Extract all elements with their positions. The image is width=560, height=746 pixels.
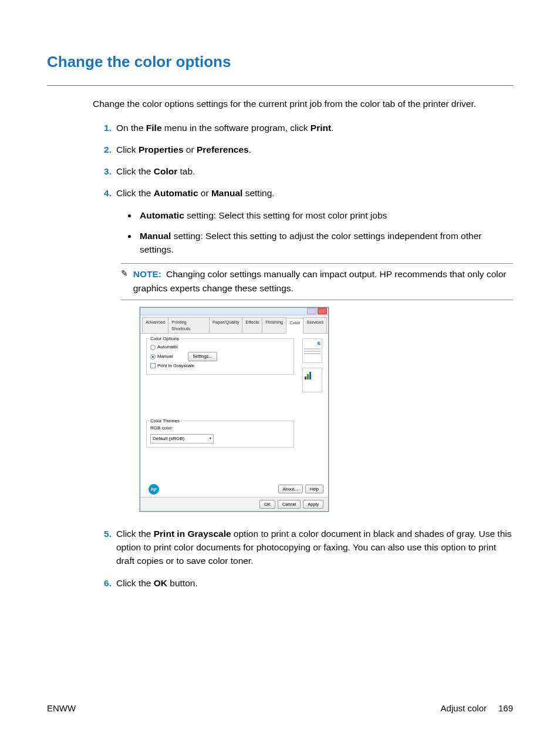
text: Click [116,145,139,154]
rgb-color-label: RGB color: [150,425,290,432]
bold-text: Properties [139,145,184,154]
checkbox-grayscale[interactable]: Print in Grayscale [150,362,290,369]
step-number: 1. [93,121,112,135]
ok-button[interactable]: OK [259,500,275,509]
tab-paper-quality[interactable]: Paper/Quality [209,317,242,334]
radio-label: Manual [157,353,173,360]
text: setting: Select this setting to adjust t… [140,231,481,254]
dialog-titlebar [140,308,328,315]
text: Click the [116,188,154,198]
group-title: Color Options [149,335,180,342]
intro-paragraph: Change the color options settings for th… [93,98,513,110]
footer-left: ENWW [47,703,76,713]
bold-text: OK [154,578,167,588]
about-button[interactable]: About... [278,485,303,493]
text: Click the [116,529,154,539]
radio-icon [150,345,156,350]
tab-services[interactable]: Services [303,317,327,334]
minimize-icon[interactable] [307,308,316,314]
sub-item-automatic: Automatic setting: Select this setting f… [137,209,513,222]
color-themes-group: Color Themes RGB color: Default (sRGB) ▾ [146,421,294,448]
color-options-group: Color Options Automatic Manual Settings.… [146,338,294,374]
step-number: 4. [93,186,112,519]
checkbox-icon [150,363,156,368]
bold-text: Print [311,123,331,133]
tab-finishing[interactable]: Finishing [262,317,286,334]
sub-list: Automatic setting: Select this setting f… [137,209,513,257]
hp-logo-icon: hp [149,484,159,495]
preview-page-icon [302,338,322,363]
step-number: 5. [93,527,112,568]
note-content: NOTE:Changing color settings manually ca… [133,267,513,295]
text: Click the [116,166,154,176]
radio-icon [150,354,156,359]
heading-underline [47,85,513,86]
note-icon: ✎ [121,267,129,295]
bold-text: File [146,123,162,133]
text: button. [167,578,198,588]
step-1: 1. On the File menu in the software prog… [93,121,513,135]
rgb-color-dropdown[interactable]: Default (sRGB) ▾ [150,434,214,443]
dialog-footer-lower: OK Cancel Apply [140,497,328,511]
text: tab. [177,166,195,176]
radio-label: Automatic [157,344,178,351]
step-body: On the File menu in the software program… [116,121,513,135]
footer-section-title: Adjust color [441,703,487,713]
text: setting. [242,188,274,198]
text: . [331,123,333,133]
radio-automatic[interactable]: Automatic [150,344,290,351]
tab-advanced[interactable]: Advanced [142,317,168,334]
footer-page-number: 169 [498,703,513,713]
preview-column [294,338,322,476]
tab-panel-color: Color Options Automatic Manual Settings.… [140,333,328,481]
chevron-down-icon: ▾ [210,436,211,441]
bold-text: Automatic [154,188,198,198]
step-5: 5. Click the Print in Grayscale option t… [93,527,513,568]
step-body: Click Properties or Preferences. [116,143,513,156]
note-label: NOTE: [133,269,161,279]
step-number: 3. [93,164,112,178]
step-body: Click the Print in Grayscale option to p… [116,527,513,568]
text: or [198,188,211,198]
step-2: 2. Click Properties or Preferences. [93,143,513,156]
text: Click the [116,578,154,588]
page-heading: Change the color options [47,53,513,71]
sub-item-manual: Manual setting: Select this setting to a… [137,229,513,257]
text: or [184,145,197,154]
bold-text: Automatic [140,210,184,220]
group-title: Color Themes [149,418,181,425]
bold-text: Color [154,166,177,176]
help-button[interactable]: Help [305,485,323,493]
bold-text: Print in Grayscale [154,529,231,539]
bold-text: Manual [211,188,242,198]
step-6: 6. Click the OK button. [93,576,513,590]
text: setting: Select this setting for most co… [184,210,387,220]
step-3: 3. Click the Color tab. [93,164,513,178]
tab-color[interactable]: Color [286,318,303,334]
bold-text: Preferences [197,145,249,154]
apply-button[interactable]: Apply [303,500,323,509]
note-text: Changing color settings manually can imp… [133,269,507,293]
cancel-button[interactable]: Cancel [278,500,301,509]
page-footer: ENWW Adjust color 169 [47,703,513,713]
step-body: Click the OK button. [116,576,513,590]
tab-printing-shortcuts[interactable]: Printing Shortcuts [168,317,210,334]
settings-button[interactable]: Settings... [188,352,217,361]
tab-effects[interactable]: Effects [242,317,262,334]
note-block: ✎ NOTE:Changing color settings manually … [121,263,513,300]
checkbox-label: Print in Grayscale [157,362,194,369]
step-number: 2. [93,143,112,156]
step-body: Click the Color tab. [116,164,513,178]
steps-list: 1. On the File menu in the software prog… [93,121,513,590]
close-icon[interactable] [318,308,327,314]
step-body: Click the Automatic or Manual setting. A… [116,186,513,519]
step-4: 4. Click the Automatic or Manual setting… [93,186,513,519]
text: . [249,145,251,154]
text: menu in the software program, click [162,123,311,133]
printer-dialog-screenshot: Advanced Printing Shortcuts Paper/Qualit… [140,307,329,512]
dialog-footer-upper: hp About... Help [140,482,328,497]
radio-manual[interactable]: Manual Settings... [150,352,290,361]
text: On the [116,123,146,133]
dialog-tabs: Advanced Printing Shortcuts Paper/Qualit… [140,315,328,334]
preview-chart-icon [302,368,322,392]
